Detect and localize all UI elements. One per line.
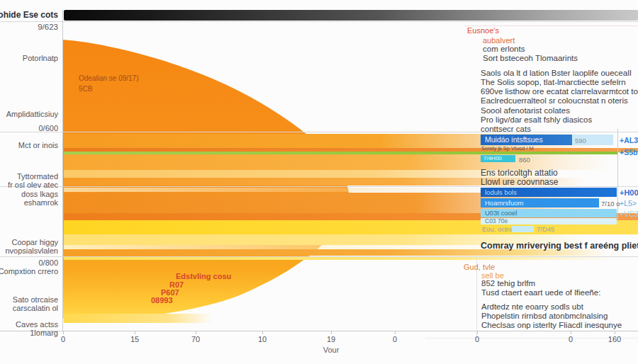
row-label: Caves actss xyxy=(16,320,58,329)
right-paragraph-line: conttsecr cats xyxy=(481,125,531,135)
right-line1: com erlonts xyxy=(483,45,525,55)
bottom-paragraph-line: Ardtedz nte eoarry sodls ubt xyxy=(481,302,583,312)
x-tick-label: 70 xyxy=(191,335,200,343)
row-label: 1lomarg xyxy=(30,329,58,337)
x-tick-label: 19 xyxy=(327,335,335,343)
x-tick-label: 160 xyxy=(608,335,621,343)
x-tick-mark xyxy=(615,331,615,334)
under-sun-yellow-strip xyxy=(64,314,213,323)
chart-title-value: 9/623 xyxy=(38,23,58,31)
separator-line-1 xyxy=(0,21,638,22)
right-paragraph-line: Saols ola lt d lation Bster laoplife oue… xyxy=(481,69,632,79)
mid-note-line2: Llowl ure coovnnase xyxy=(481,178,558,188)
x-tick-mark xyxy=(331,331,332,334)
gauge2-right-label: +S5b xyxy=(620,148,637,157)
x-tick-label: 0 xyxy=(393,335,397,343)
row-label: Tyttormated xyxy=(17,172,58,181)
x-tick-label: 15 xyxy=(130,335,139,343)
gauge1-value: 590 xyxy=(575,137,586,144)
x-tick-label: 0 xyxy=(475,335,479,343)
gauge5-right-label: +L5> xyxy=(620,199,637,207)
red-annotation-line4: 08993 xyxy=(151,296,173,305)
row-label: doss lkags xyxy=(21,190,58,198)
x-tick-mark xyxy=(135,331,135,334)
gauge3-value: 860 xyxy=(519,156,530,164)
gauge5-bar: Hoamrsfuom xyxy=(481,198,599,207)
right-paragraph-line: Pro ligv/dar esalt fshly diasicos xyxy=(481,115,592,125)
bottom-paragraph-line: Phopelstin rirnbsd atonbmclnalsing xyxy=(481,312,608,322)
gauge5-value: 7/10 o xyxy=(601,200,620,207)
gauge8-label: Eou. octrer xyxy=(482,225,515,233)
y-axis-spine xyxy=(62,10,63,331)
row-label: Coopar higgy xyxy=(12,238,58,246)
row-label: Compxtion crrero xyxy=(0,267,58,275)
gauge4-bar: loduls bols xyxy=(481,188,617,197)
row-label: carscalatin ol xyxy=(13,304,58,312)
gauge1-bar: Muidáo intsftsues xyxy=(481,135,572,145)
gauge1-right-label: +AL3 xyxy=(620,136,638,144)
row-label: 0/800 xyxy=(38,258,58,267)
row-label: Sato otrcaise xyxy=(13,295,58,304)
separator-line-2 xyxy=(0,132,638,132)
statement-text: Comray mriverying best f areéng plietat xyxy=(481,241,638,251)
top-gradient-bar xyxy=(64,10,638,21)
x-axis-title: Vour xyxy=(323,346,340,354)
row-label: eshamrok xyxy=(24,198,58,207)
right-paragraph-line: 690ve listhow ore ecatat clarrelavarmtco… xyxy=(481,87,638,97)
infographic-canvas: Gohide Ese cots 9/623 Potorlnatp Amplida… xyxy=(0,0,638,364)
row-label: 0/600 xyxy=(38,124,58,132)
right-heading-red: Eusnoe's xyxy=(467,26,499,36)
x-tick-mark xyxy=(571,331,571,334)
row-label: nvopsialsvlalen xyxy=(5,246,58,255)
bottom-right-rule xyxy=(425,338,638,339)
x-tick-mark xyxy=(262,331,263,334)
bottom-line1: 852 tehig brlfm xyxy=(481,279,535,289)
x-tick-mark xyxy=(196,331,196,334)
row-label: Mct or inois xyxy=(18,141,58,149)
gauge2-label: Sorely jk Sp Vtucd / M xyxy=(481,145,534,152)
bottom-paragraph-line: Checlsas onp isterlty Fliacdl inesqunye xyxy=(481,321,622,331)
x-tick-label: 0 xyxy=(61,335,65,343)
gauge6-bar: U03t cooel xyxy=(481,209,617,217)
separator-line-4 xyxy=(0,256,638,257)
right-line2: Sort bsteceoh Tlomaarints xyxy=(483,54,578,64)
gauge7-bar: C03 70e xyxy=(481,218,617,224)
chart-title: Gohide Ese cots xyxy=(0,11,58,19)
sun-annotation-line2: 5CB xyxy=(79,85,92,93)
gauge6-right-label: +VC3 xyxy=(620,210,638,218)
gauge4-right-label: +H00 xyxy=(620,188,638,197)
x-tick-mark xyxy=(477,331,478,334)
yellow-stripe-4 xyxy=(64,257,615,260)
row-label: fr osl olev atec xyxy=(8,181,58,189)
x-axis-line xyxy=(0,331,638,331)
x-tick-mark xyxy=(395,331,396,334)
x-tick-mark xyxy=(63,331,64,334)
row-label: Potorlnatp xyxy=(23,54,58,62)
bottom-line2: Tusd ctaert eaart uede of lfieeñe: xyxy=(481,288,600,298)
green-line xyxy=(64,152,618,154)
right-vertical-rule-1 xyxy=(617,129,618,188)
sun-annotation-line1: Odealian se 09/17) xyxy=(79,74,139,82)
red-annotation-line1: Edstvling cosu xyxy=(176,272,231,280)
right-paragraph-line: The Solis sopop, tlat-lmarctiectte sefel… xyxy=(481,78,626,88)
right-paragraph-line: Soool afenotarist colates xyxy=(481,106,570,116)
gauge3-bar: 7/4H00 xyxy=(481,155,515,162)
x-tick-label: 10 xyxy=(258,335,267,343)
gauge8-value: 7/D45 xyxy=(537,225,554,233)
right-paragraph-line: Eaclredcuerralteol sr coloucnstat n oter… xyxy=(481,96,628,106)
row-label: Amplidatticsiuy xyxy=(6,110,58,118)
gauge8-bar xyxy=(512,226,534,232)
x-tick-label: 0 xyxy=(569,335,573,343)
